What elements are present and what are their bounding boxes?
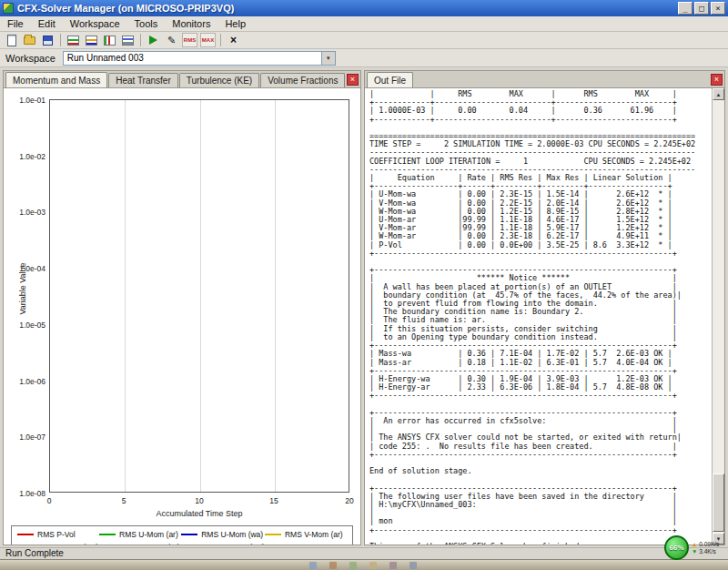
toolbar-separator <box>140 34 141 46</box>
menu-monitors[interactable]: Monitors <box>165 16 217 31</box>
close-plot-panel-button[interactable]: × <box>347 74 359 86</box>
x-axis-title: Accumulated Time Step <box>49 509 349 518</box>
rms-plot-button[interactable]: RMS <box>182 33 197 47</box>
save-icon[interactable] <box>40 33 56 47</box>
y-tick-label: 1.0e-03 <box>4 208 46 217</box>
out-tab-bar: Out File × <box>365 71 724 88</box>
menu-workspace[interactable]: Workspace <box>63 16 127 31</box>
title-bar[interactable]: CFX-Solver Manager (on MICROSO-PRIP3VQ) … <box>0 0 728 16</box>
tab-volume-fractions[interactable]: Volume Fractions <box>260 73 345 87</box>
legend-label: RMS U-Mom (ar) <box>119 530 178 539</box>
main-area: Momentum and Mass Heat Transfer Turbulen… <box>0 68 728 547</box>
workspace-row: Workspace Run Unnamed 003 ▼ <box>0 49 728 67</box>
menu-file[interactable]: File <box>0 16 31 31</box>
tab-out-file[interactable]: Out File <box>367 72 413 87</box>
tab-momentum-and-mass[interactable]: Momentum and Mass <box>5 72 107 87</box>
chart-icon <box>86 36 97 46</box>
taskbar-icon[interactable] <box>389 562 397 569</box>
y-tick-label: 1.0e-04 <box>4 264 46 273</box>
legend-swatch <box>99 534 116 535</box>
scrollbar-thumb[interactable] <box>713 473 724 532</box>
legend-swatch <box>17 534 34 535</box>
status-text: Run Complete <box>5 548 64 558</box>
play-icon <box>149 36 157 45</box>
legend-label: RMS V-Mom (ar) <box>285 530 343 539</box>
tab-heat-transfer[interactable]: Heat Transfer <box>108 73 178 87</box>
toolbar-separator <box>220 34 221 46</box>
taskbar-icon[interactable] <box>349 562 357 569</box>
open-file-icon[interactable] <box>22 33 37 47</box>
chevron-down-icon[interactable]: ▼ <box>321 52 335 65</box>
legend-item: RMS P-Vol <box>17 530 99 539</box>
scroll-up-icon[interactable]: ▲ <box>713 88 724 100</box>
taskbar-icon[interactable] <box>369 562 377 569</box>
legend-label: RMS V-Mom (wa) <box>37 543 98 545</box>
gridline <box>125 100 126 492</box>
progress-circle[interactable]: 66% <box>664 535 689 560</box>
down-arrow-icon: ▼ <box>692 548 697 555</box>
up-arrow-icon: ▲ <box>692 541 697 547</box>
new-file-icon[interactable] <box>4 33 19 47</box>
tab-turbulence-ke[interactable]: Turbulence (KE) <box>179 73 259 87</box>
close-button[interactable]: × <box>711 2 725 15</box>
minimize-button[interactable]: _ <box>678 2 693 15</box>
status-bar: Run Complete <box>0 547 728 559</box>
out-file-panel: Out File × | | RMS MAX | RMS MAX | +----… <box>364 70 725 545</box>
max-plot-button[interactable]: MAX <box>200 33 216 47</box>
floppy-icon <box>43 36 53 46</box>
legend-item: RMS W-Mom (wa) <box>181 543 265 545</box>
upload-speed: ▲ 0.09K/s <box>692 541 719 548</box>
legend-item: RMS U-Mom (wa) <box>181 530 265 539</box>
y-tick-label: 1.0e-06 <box>4 377 46 386</box>
chart-properties-icon[interactable] <box>84 33 99 47</box>
legend-label: RMS W-Mom (ar) <box>119 543 179 545</box>
toolbar: ✎ RMS MAX × <box>0 32 728 49</box>
workspace-dropdown[interactable]: Run Unnamed 003 ▼ <box>63 51 336 66</box>
close-out-panel-button[interactable]: × <box>711 74 723 86</box>
x-tick-label: 20 <box>336 496 361 505</box>
new-monitor-icon[interactable] <box>66 33 81 47</box>
out-file-content: | | RMS MAX | RMS MAX | +------------+--… <box>365 88 724 545</box>
taskbar-icon[interactable] <box>329 562 337 569</box>
plot-panel: Momentum and Mass Heat Transfer Turbulen… <box>3 70 361 545</box>
stop-run-icon[interactable]: × <box>226 33 241 47</box>
document-icon <box>7 35 16 46</box>
taskbar-icon[interactable] <box>309 562 317 569</box>
legend-swatch <box>265 534 281 535</box>
app-icon <box>3 3 14 14</box>
network-monitor-widget[interactable]: 66% ▲ 0.09K/s ▼ 3.4K/s <box>664 535 719 560</box>
taskbar-strip <box>0 559 728 570</box>
y-tick-label: 1.0e-01 <box>4 96 46 105</box>
chart-icon <box>122 36 134 46</box>
x-tick-label: 5 <box>110 496 137 505</box>
legend-label: RMS P-Vol <box>37 530 76 539</box>
legend-swatch <box>181 534 197 535</box>
menu-edit[interactable]: Edit <box>31 16 63 31</box>
monitor-chart: Variable Value 1.0e-01 1.0e-02 1.0e-03 1… <box>4 88 360 524</box>
chart-icon <box>104 36 116 46</box>
legend-label: RMS U-Mom (wa) <box>201 530 263 539</box>
maximize-button[interactable]: □ <box>694 2 709 15</box>
workspace-layout-icon[interactable] <box>120 33 136 47</box>
x-tick-label: 0 <box>35 496 63 505</box>
folder-icon <box>24 36 35 45</box>
start-run-icon[interactable] <box>146 33 161 47</box>
out-file-scrollbar[interactable]: ▲ ▼ <box>712 88 724 545</box>
chart-icon <box>67 36 79 46</box>
legend-item: RMS V-Mom (wa) <box>17 543 99 545</box>
edit-definition-icon[interactable]: ✎ <box>164 33 179 47</box>
menu-tools[interactable]: Tools <box>127 16 166 31</box>
y-tick-label: 1.0e-07 <box>4 433 46 442</box>
workspace-label: Workspace <box>5 53 56 64</box>
window-title: CFX-Solver Manager (on MICROSO-PRIP3VQ) <box>17 3 676 14</box>
tile-monitors-icon[interactable] <box>102 33 117 47</box>
taskbar-icon[interactable] <box>410 562 417 569</box>
gridline <box>200 100 201 492</box>
plot-area <box>49 99 349 493</box>
legend-item: RMS U-Mom (ar) <box>99 530 181 539</box>
legend-label: RMS W-Mom (wa) <box>201 543 265 545</box>
plot-tab-bar: Momentum and Mass Heat Transfer Turbulen… <box>4 71 360 88</box>
download-speed: ▼ 3.4K/s <box>692 548 719 555</box>
solver-output-text: | | RMS MAX | RMS MAX | +------------+--… <box>369 90 710 545</box>
menu-help[interactable]: Help <box>217 16 253 31</box>
